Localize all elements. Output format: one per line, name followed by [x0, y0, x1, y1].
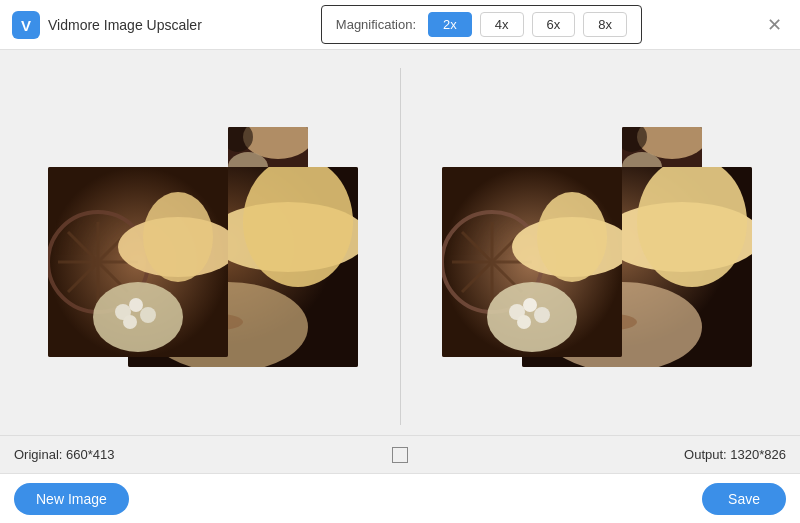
svg-point-17	[129, 298, 143, 312]
svg-point-19	[123, 315, 137, 329]
title-bar: V Vidmore Image Upscaler Magnification: …	[0, 0, 800, 50]
mag-btn-2x[interactable]: 2x	[428, 12, 472, 37]
original-left-photo	[48, 167, 228, 357]
title-left: V Vidmore Image Upscaler	[12, 11, 202, 39]
output-left-photo	[442, 167, 622, 357]
app-icon: V	[12, 11, 40, 39]
output-collage	[442, 127, 752, 367]
new-image-button[interactable]: New Image	[14, 483, 129, 515]
status-bar: Original: 660*413 Output: 1320*826	[0, 435, 800, 473]
svg-point-48	[534, 307, 550, 323]
panel-divider	[400, 68, 401, 425]
svg-point-14	[143, 192, 213, 282]
svg-point-49	[517, 315, 531, 329]
expand-icon	[392, 447, 408, 463]
main-content	[0, 50, 800, 435]
svg-text:V: V	[21, 17, 31, 34]
output-panel	[405, 68, 791, 425]
close-button[interactable]: ✕	[761, 14, 788, 36]
original-collage	[48, 127, 358, 367]
magnification-controls: Magnification: 2x 4x 6x 8x	[321, 5, 642, 44]
original-panel	[10, 68, 396, 425]
svg-point-44	[537, 192, 607, 282]
svg-point-15	[93, 282, 183, 352]
magnification-label: Magnification:	[336, 17, 416, 32]
save-button[interactable]: Save	[702, 483, 786, 515]
svg-point-47	[523, 298, 537, 312]
mag-btn-4x[interactable]: 4x	[480, 12, 524, 37]
original-size: Original: 660*413	[14, 447, 392, 462]
expand-icon-container	[392, 447, 408, 463]
bottom-bar: New Image Save	[0, 473, 800, 523]
output-size: Output: 1320*826	[408, 447, 786, 462]
mag-btn-6x[interactable]: 6x	[532, 12, 576, 37]
mag-btn-8x[interactable]: 8x	[583, 12, 627, 37]
svg-point-18	[140, 307, 156, 323]
app-name: Vidmore Image Upscaler	[48, 17, 202, 33]
svg-point-45	[487, 282, 577, 352]
